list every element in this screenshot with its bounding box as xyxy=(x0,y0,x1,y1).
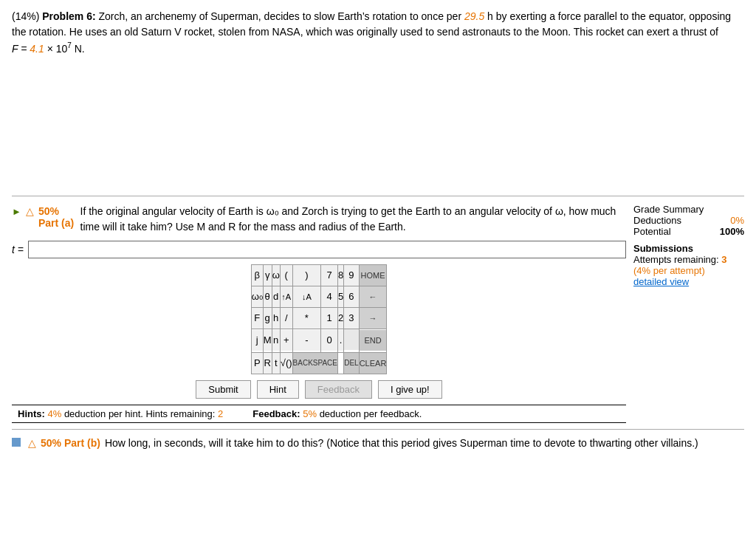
square-icon xyxy=(12,438,21,447)
feedback-info: Feedback: 5% deduction per feedback. xyxy=(252,408,422,419)
kb-sqrt[interactable]: √() xyxy=(281,353,292,374)
triangle-icon-b: △ xyxy=(28,437,36,449)
kb-beta[interactable]: β xyxy=(252,265,263,286)
deductions-label: Deductions xyxy=(633,215,681,226)
input-label: t = xyxy=(12,244,24,255)
kb-theta[interactable]: θ xyxy=(264,286,272,307)
feedback-button[interactable]: Feedback xyxy=(305,380,372,399)
kb-0[interactable]: 0 xyxy=(321,330,337,351)
kb-1[interactable]: 1 xyxy=(321,308,337,329)
kb-3[interactable]: 3 xyxy=(344,308,358,329)
keyboard-container: β γ ω ( ) 7 8 9 HOME ω₀ θ d ↑A xyxy=(12,264,626,374)
deductions-value: 0% xyxy=(730,215,744,226)
submissions-section: Submissions Attempts remaining: 3 (4% pe… xyxy=(633,243,744,287)
kb-d[interactable]: d xyxy=(272,286,280,307)
problem-highlight2: 4.1 xyxy=(30,43,44,55)
part-a-label: 50% Part (a) xyxy=(38,205,76,229)
kb-5[interactable]: 5 xyxy=(338,286,343,307)
kb-M[interactable]: M xyxy=(264,330,272,351)
hints-label: Hints: xyxy=(18,408,45,419)
part-b-section: △ 50% Part (b) How long, in seconds, wil… xyxy=(12,429,744,451)
kb-down-arrow[interactable]: ↓A xyxy=(293,286,320,307)
problem-highlight1: 29.5 xyxy=(464,10,484,22)
grade-title: Grade Summary xyxy=(633,204,744,215)
kb-P[interactable]: P xyxy=(252,353,263,374)
kb-4[interactable]: 4 xyxy=(321,286,337,307)
detailed-link[interactable]: detailed view xyxy=(633,276,744,287)
kb-clear[interactable]: CLEAR xyxy=(360,353,387,374)
part-b-header: △ 50% Part (b) How long, in seconds, wil… xyxy=(12,436,744,451)
kb-F[interactable]: F xyxy=(252,308,263,329)
kb-empty-1 xyxy=(344,329,358,350)
kb-row-2: ω₀ θ d ↑A ↓A 4 5 6 ← xyxy=(251,286,387,307)
main-container: (14%) Problem 6: Zorch, an archenemy of … xyxy=(0,0,756,460)
kb-omega0[interactable]: ω₀ xyxy=(252,286,263,307)
submissions-title: Submissions xyxy=(633,243,744,254)
kb-2[interactable]: 2 xyxy=(338,308,343,329)
grade-summary: Grade Summary Deductions 0% Potential 10… xyxy=(626,204,744,423)
problem-percent: (14%) xyxy=(12,10,39,22)
kb-row-1: β γ ω ( ) 7 8 9 HOME xyxy=(251,264,387,286)
kb-minus[interactable]: - xyxy=(293,330,320,351)
feedback-pct: 5% xyxy=(303,408,317,419)
kb-j[interactable]: j xyxy=(252,330,263,351)
hints-info: Hints: 4% deduction per hint. Hints rema… xyxy=(18,408,223,419)
part-a-left: ► △ 50% Part (a) If the original angular… xyxy=(12,204,626,423)
keyboard-table: β γ ω ( ) 7 8 9 HOME ω₀ θ d ↑A xyxy=(251,264,388,374)
play-icon: ► xyxy=(12,206,21,217)
kb-gamma[interactable]: γ xyxy=(264,265,272,286)
problem-text: (14%) Problem 6: Zorch, an archenemy of … xyxy=(12,9,744,57)
potential-row: Potential 100% xyxy=(633,226,744,237)
kb-row-5: P R t √() BACKSPACE DEL CLEAR xyxy=(251,352,387,374)
kb-up-arrow[interactable]: ↑A xyxy=(281,286,292,307)
part-a-header: ► △ 50% Part (a) If the original angular… xyxy=(12,204,626,235)
hints-remaining: 2 xyxy=(218,408,223,419)
part-b-question: How long, in seconds, will it take him t… xyxy=(105,436,698,451)
kb-home[interactable]: HOME xyxy=(360,265,387,286)
kb-plus[interactable]: + xyxy=(281,330,292,351)
kb-close-paren[interactable]: ) xyxy=(293,265,320,286)
kb-6[interactable]: 6 xyxy=(344,286,358,307)
deductions-row: Deductions 0% xyxy=(633,215,744,226)
attempts-value: 3 xyxy=(721,254,726,265)
attempts-label: Attempts remaining: xyxy=(633,254,719,265)
kb-n[interactable]: n xyxy=(272,330,280,351)
kb-h[interactable]: h xyxy=(272,308,280,329)
triangle-icon-a: △ xyxy=(26,205,34,217)
kb-open-paren[interactable]: ( xyxy=(281,265,292,286)
part-b-label: 50% Part (b) xyxy=(41,437,100,449)
answer-input[interactable] xyxy=(28,241,626,258)
kb-7[interactable]: 7 xyxy=(321,265,337,286)
part-a-question: If the original angular velocity of Eart… xyxy=(80,204,627,235)
kb-9[interactable]: 9 xyxy=(344,265,358,286)
hints-pct: 4% xyxy=(47,408,61,419)
kb-end[interactable]: END xyxy=(360,330,387,351)
problem-f-label: F = xyxy=(12,43,27,55)
kb-R[interactable]: R xyxy=(264,353,272,374)
action-buttons: Submit Hint Feedback I give up! xyxy=(12,380,626,399)
kb-left-arrow[interactable]: ← xyxy=(360,286,387,307)
kb-row-3: F g h / * 1 2 3 → xyxy=(251,307,387,329)
kb-slash[interactable]: / xyxy=(281,308,292,329)
kb-asterisk[interactable]: * xyxy=(293,308,320,329)
kb-t[interactable]: t xyxy=(272,353,280,374)
kb-right-arrow[interactable]: → xyxy=(360,308,387,329)
problem-superscript: 7 xyxy=(67,41,72,49)
problem-text-middle2: × 10 xyxy=(47,43,68,55)
problem-number: Problem 6: xyxy=(42,10,95,22)
kb-backspace[interactable]: BACKSPACE xyxy=(293,353,337,374)
feedback-label: Feedback: xyxy=(252,408,300,419)
kb-8[interactable]: 8 xyxy=(338,265,343,286)
part-a-section: ► △ 50% Part (a) If the original angular… xyxy=(12,196,744,423)
problem-text-end: N. xyxy=(75,43,85,55)
kb-omega[interactable]: ω xyxy=(272,265,280,286)
give-up-button[interactable]: I give up! xyxy=(378,380,442,399)
kb-g[interactable]: g xyxy=(264,308,272,329)
submit-button[interactable]: Submit xyxy=(196,380,250,399)
kb-del[interactable]: DEL xyxy=(344,353,358,374)
feedback-detail: deduction per feedback. xyxy=(320,408,422,419)
hints-detail: deduction per hint. Hints remaining: xyxy=(64,408,216,419)
hint-button[interactable]: Hint xyxy=(257,380,299,399)
kb-dot[interactable]: . xyxy=(338,330,343,351)
spacer xyxy=(12,63,744,196)
